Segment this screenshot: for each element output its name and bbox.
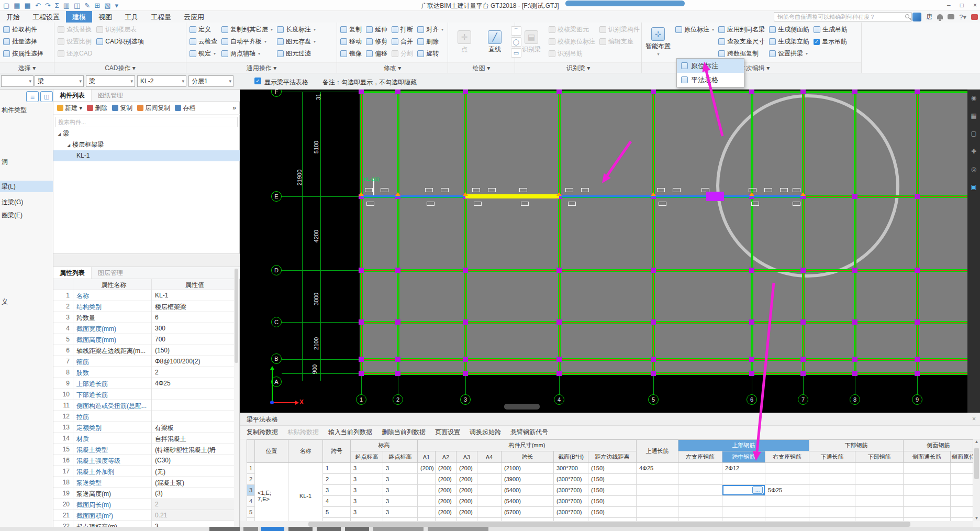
- ribbon-button-云检查[interactable]: 云检查: [188, 36, 218, 47]
- header-dist-left[interactable]: 距左边线距离: [588, 451, 637, 463]
- table-cell[interactable]: (150): [588, 507, 637, 518]
- table-cell[interactable]: [678, 496, 722, 507]
- table-cell[interactable]: (150): [588, 496, 637, 507]
- ribbon-button-拾取构件[interactable]: 拾取构件: [2, 24, 44, 35]
- ribbon-button-修剪[interactable]: 修剪: [365, 36, 388, 47]
- table-cell[interactable]: 1: [323, 463, 351, 474]
- ribbon-group-label[interactable]: 选择 ▾: [0, 62, 54, 73]
- table-cell[interactable]: [678, 485, 722, 496]
- cell-mid-span[interactable]: [722, 474, 765, 485]
- panel-view-icon[interactable]: ◫: [40, 91, 53, 102]
- column-marker[interactable]: [395, 319, 400, 325]
- table-cell[interactable]: (5700): [502, 507, 554, 518]
- table-cell[interactable]: (200): [436, 485, 456, 496]
- toolbar-button-存档[interactable]: 存档: [173, 103, 197, 114]
- table-cell[interactable]: [637, 474, 678, 485]
- ribbon-group-label[interactable]: 梁二次编辑 ▾: [642, 62, 861, 73]
- column-marker[interactable]: [395, 90, 400, 94]
- column-marker[interactable]: [556, 357, 562, 362]
- column-marker[interactable]: [852, 371, 858, 376]
- cell-mid-span[interactable]: [722, 507, 765, 518]
- avatar[interactable]: [912, 13, 921, 21]
- property-value[interactable]: [152, 411, 235, 422]
- ribbon-button-自动平齐板[interactable]: 自动平齐板▾: [220, 36, 274, 47]
- table-cell[interactable]: (200): [456, 496, 477, 507]
- checkbox-checked-icon[interactable]: ✓: [814, 39, 820, 45]
- ribbon-button-两点辅轴[interactable]: 两点辅轴▾: [220, 48, 274, 59]
- column-marker[interactable]: [651, 319, 656, 325]
- column-marker[interactable]: [556, 268, 562, 273]
- table-cell[interactable]: [637, 496, 678, 507]
- ribbon-button-定义[interactable]: 定义: [188, 24, 218, 35]
- column-marker[interactable]: [651, 371, 656, 376]
- header-comp-size[interactable]: 构件尺寸(mm): [418, 440, 637, 451]
- row-index[interactable]: 5: [247, 507, 255, 518]
- table-cell[interactable]: (200): [436, 507, 456, 518]
- highlighted-span[interactable]: [465, 194, 559, 198]
- table-cell[interactable]: [477, 474, 502, 485]
- column-marker[interactable]: [651, 357, 656, 362]
- tab-构件列表[interactable]: 构件列表: [53, 90, 92, 101]
- axis-bubble-4[interactable]: 4: [554, 394, 564, 405]
- table-cell[interactable]: [418, 474, 436, 485]
- table-cell[interactable]: (5400): [502, 496, 554, 507]
- table-cell[interactable]: [765, 474, 809, 485]
- table-cell[interactable]: (200): [456, 474, 477, 485]
- table-cell[interactable]: 2: [323, 474, 351, 485]
- header-top-rebar[interactable]: 上部钢筋: [678, 440, 809, 451]
- ribbon-button-直线[interactable]: ╱直线: [481, 24, 509, 60]
- ribbon-button-生成吊筋[interactable]: 生成吊筋: [812, 24, 849, 35]
- table-cell[interactable]: (200): [436, 474, 456, 485]
- filter-combo-3[interactable]: KL-2: [137, 75, 186, 87]
- property-value[interactable]: (无): [152, 466, 235, 477]
- ribbon-button-批量选择[interactable]: 批量选择: [2, 36, 44, 47]
- canvas-scroll-pill[interactable]: [504, 404, 540, 410]
- sidebar-item-洞[interactable]: 洞: [0, 156, 53, 168]
- table-cell[interactable]: [855, 507, 904, 518]
- column-marker[interactable]: [463, 371, 468, 376]
- property-value[interactable]: (3): [152, 488, 235, 499]
- table-cell[interactable]: 3: [351, 463, 383, 474]
- table-cell[interactable]: [477, 496, 502, 507]
- orbit-icon[interactable]: ◉: [970, 94, 978, 102]
- column-marker[interactable]: [915, 194, 920, 199]
- table-cell[interactable]: (200): [418, 463, 436, 474]
- table-cell[interactable]: 4Φ25: [637, 463, 678, 474]
- table-cell[interactable]: [809, 474, 855, 485]
- ribbon-button-延伸[interactable]: 延伸: [365, 24, 388, 35]
- maximize-button[interactable]: □: [960, 2, 964, 9]
- panel-splitter[interactable]: [53, 253, 240, 267]
- property-value[interactable]: 2: [152, 367, 235, 378]
- ribbon-group-label[interactable]: 绘图 ▾: [448, 62, 515, 73]
- header-span-no[interactable]: 跨号: [323, 440, 351, 463]
- menu-tab-5[interactable]: 工程量: [144, 11, 177, 24]
- property-value[interactable]: 4Φ25: [152, 378, 235, 389]
- column-marker[interactable]: [852, 357, 858, 362]
- menu-tab-6[interactable]: 云应用: [177, 11, 210, 24]
- table-cell[interactable]: 3: [351, 507, 383, 518]
- axis-bubble-F[interactable]: F: [271, 90, 282, 97]
- menu-tab-4[interactable]: 工具: [118, 11, 144, 24]
- table-cell[interactable]: 3: [383, 474, 418, 485]
- tab-图纸管理[interactable]: 图纸管理: [92, 90, 129, 101]
- show-beam-table-checkbox[interactable]: ✓: [254, 78, 261, 84]
- column-marker[interactable]: [800, 90, 806, 94]
- column-marker[interactable]: [800, 357, 806, 362]
- ribbon-button-显示吊筋[interactable]: ✓显示吊筋: [812, 36, 849, 47]
- axis-bubble-B[interactable]: B: [271, 353, 282, 364]
- column-marker[interactable]: [915, 371, 920, 376]
- property-value[interactable]: Φ8@100/200(2): [152, 356, 235, 367]
- menu-tab-0[interactable]: 开始: [0, 11, 26, 24]
- header-mid-span[interactable]: 跨中钢筋: [722, 451, 765, 463]
- property-value[interactable]: 自拌混凝土: [152, 433, 235, 444]
- table-cell[interactable]: [418, 485, 436, 496]
- property-value[interactable]: 2: [152, 499, 235, 510]
- table-cell[interactable]: [678, 474, 722, 485]
- axis-bubble-5[interactable]: 5: [648, 394, 659, 405]
- ellipsis-button[interactable]: …: [752, 486, 763, 494]
- header-top-through[interactable]: 上通长筋: [637, 440, 678, 463]
- ribbon-button-锁定[interactable]: 锁定▾: [188, 48, 218, 59]
- drawing-canvas[interactable]: KL-1(6)FEDCBA123456789510021900420030002…: [240, 90, 967, 413]
- column-marker[interactable]: [359, 357, 364, 362]
- ribbon-button-应用到同名梁[interactable]: 应用到同名梁: [717, 24, 766, 35]
